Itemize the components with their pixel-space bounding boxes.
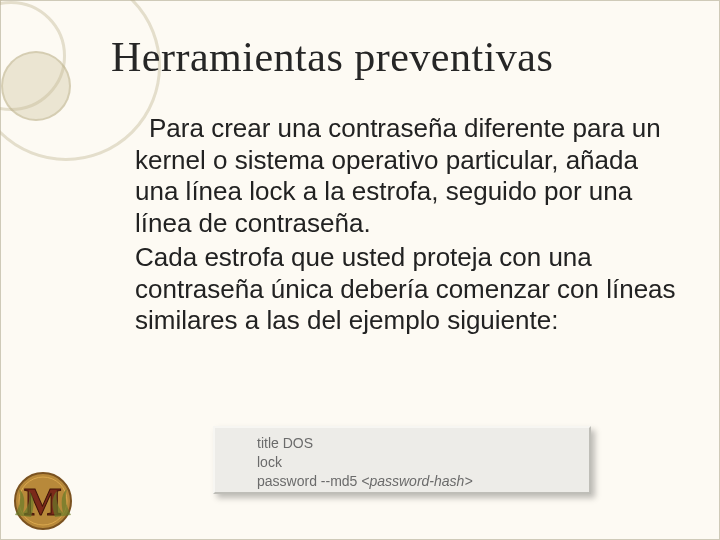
slide-title: Herramientas preventivas xyxy=(111,33,553,81)
code-line-3-hash: <password-hash> xyxy=(361,473,472,489)
code-example-box: title DOS lock password --md5 <password-… xyxy=(213,426,591,494)
slide: Herramientas preventivas Para crear una … xyxy=(0,0,720,540)
paragraph-2: Cada estrofa que usted proteja con una c… xyxy=(121,242,681,337)
code-line-3-prefix: password --md5 xyxy=(257,473,361,489)
deco-ring-medium xyxy=(0,1,66,111)
body-text: Para crear una contraseña diferente para… xyxy=(121,113,681,339)
paragraph-1: Para crear una contraseña diferente para… xyxy=(121,113,681,240)
code-line-3: password --md5 <password-hash> xyxy=(257,472,589,491)
code-line-1: title DOS xyxy=(257,434,589,453)
deco-ring-filled xyxy=(1,51,71,121)
code-line-2: lock xyxy=(257,453,589,472)
emblem-icon: M xyxy=(9,465,77,533)
